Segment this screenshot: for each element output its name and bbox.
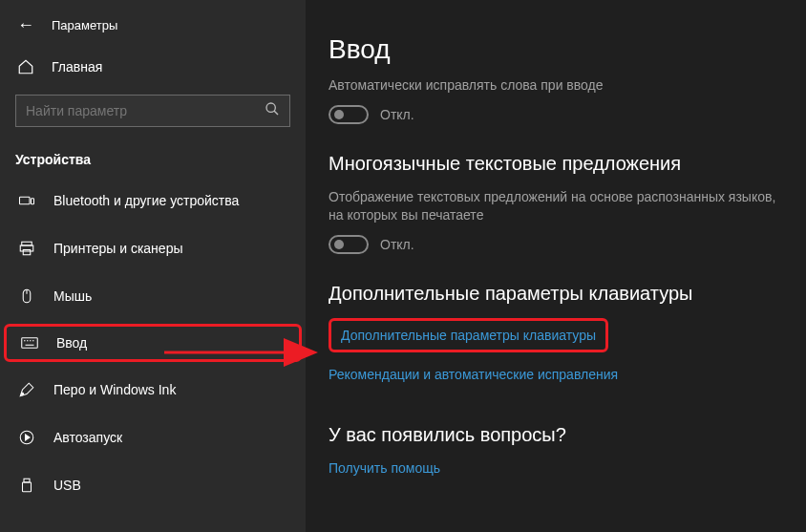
multilingual-section-title: Многоязычные текстовые предложения xyxy=(329,153,787,175)
sidebar-item-typing[interactable]: Ввод xyxy=(4,324,302,362)
multilingual-toggle[interactable] xyxy=(329,235,369,254)
get-help-link[interactable]: Получить помощь xyxy=(329,460,440,476)
multilingual-toggle-row: Откл. xyxy=(329,235,787,254)
home-nav[interactable]: Главная xyxy=(0,49,306,85)
back-icon[interactable]: ← xyxy=(17,15,34,35)
sidebar-item-mouse[interactable]: Мышь xyxy=(0,276,306,316)
toggle-state-label: Откл. xyxy=(380,237,414,252)
sidebar-item-label: USB xyxy=(53,478,81,493)
usb-icon xyxy=(17,477,36,494)
autocorrect-toggle[interactable] xyxy=(329,105,369,124)
advanced-keyboard-link[interactable]: Дополнительные параметры клавиатуры xyxy=(341,328,596,343)
sidebar-item-label: Принтеры и сканеры xyxy=(53,241,182,256)
toggle-state-label: Откл. xyxy=(380,107,414,122)
printer-icon xyxy=(17,240,36,257)
svg-rect-2 xyxy=(20,197,31,204)
sidebar-item-label: Перо и Windows Ink xyxy=(53,382,176,397)
home-label: Главная xyxy=(52,59,102,74)
keyboard-icon xyxy=(20,336,39,350)
window-header: ← Параметры xyxy=(0,10,306,49)
advanced-keyboard-section-title: Дополнительные параметры клавиатуры xyxy=(329,283,787,305)
sidebar-item-label: Bluetooth и другие устройства xyxy=(53,193,239,208)
svg-rect-6 xyxy=(23,250,31,255)
svg-marker-17 xyxy=(26,435,31,440)
autoplay-icon xyxy=(17,429,36,446)
svg-line-1 xyxy=(274,111,278,115)
search-box[interactable] xyxy=(15,95,290,127)
pen-icon xyxy=(17,381,36,398)
svg-rect-9 xyxy=(22,338,38,349)
home-icon xyxy=(17,58,34,75)
mouse-icon xyxy=(17,287,36,305)
multilingual-description: Отображение текстовых предложений на осн… xyxy=(329,188,787,225)
sidebar-item-label: Мышь xyxy=(53,288,92,304)
svg-rect-4 xyxy=(22,242,32,245)
autocorrect-toggle-row: Откл. xyxy=(329,105,787,124)
autocorrect-description: Автоматически исправлять слова при вводе xyxy=(329,76,787,96)
svg-rect-3 xyxy=(32,199,34,204)
app-title: Параметры xyxy=(52,18,117,32)
search-input[interactable] xyxy=(26,103,245,118)
recommendations-link[interactable]: Рекомендации и автоматические исправлени… xyxy=(329,367,618,382)
sidebar-item-pen[interactable]: Перо и Windows Ink xyxy=(0,370,306,410)
devices-icon xyxy=(17,192,36,209)
svg-rect-5 xyxy=(20,245,33,251)
category-header: Устройства xyxy=(0,140,306,181)
page-title: Ввод xyxy=(329,34,787,65)
sidebar-item-autoplay[interactable]: Автозапуск xyxy=(0,417,306,458)
search-icon xyxy=(265,101,280,120)
sidebar-item-label: Ввод xyxy=(56,335,87,351)
sidebar-item-usb[interactable]: USB xyxy=(0,465,306,505)
main-content: Ввод Автоматически исправлять слова при … xyxy=(306,0,806,532)
sidebar-item-bluetooth[interactable]: Bluetooth и другие устройства xyxy=(0,181,306,221)
questions-title: У вас появились вопросы? xyxy=(329,424,787,446)
sidebar-item-printers[interactable]: Принтеры и сканеры xyxy=(0,228,306,268)
advanced-keyboard-link-highlight: Дополнительные параметры клавиатуры xyxy=(329,318,608,352)
svg-point-0 xyxy=(266,103,275,112)
svg-rect-19 xyxy=(23,482,32,492)
svg-point-15 xyxy=(21,393,23,394)
sidebar: ← Параметры Главная Устройства Bluetooth… xyxy=(0,0,306,532)
sidebar-item-label: Автозапуск xyxy=(53,430,122,445)
svg-rect-18 xyxy=(24,479,30,482)
